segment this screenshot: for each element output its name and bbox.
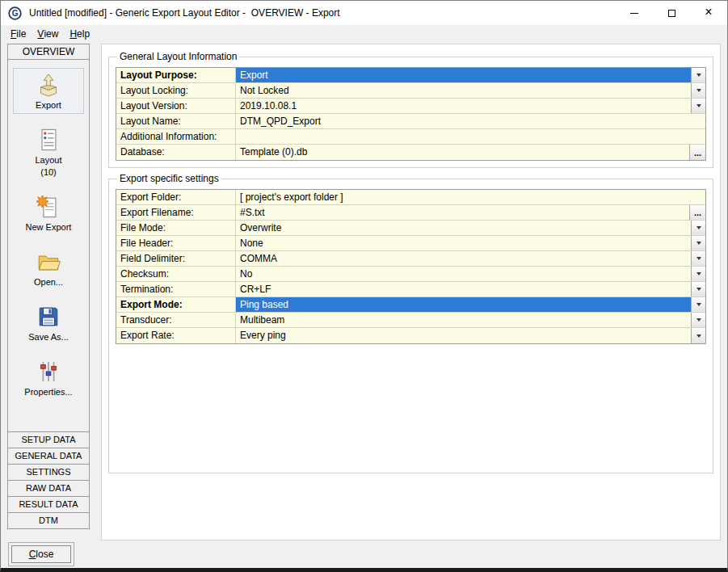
save-icon — [36, 304, 61, 330]
sidebar-tool-save-as[interactable]: Save As... — [13, 300, 84, 346]
property-value[interactable]: CR+LF — [236, 282, 691, 297]
sidebar-tab-dtm[interactable]: DTM — [8, 512, 89, 528]
chevron-down-icon — [696, 272, 701, 275]
chevron-down-icon — [696, 257, 701, 260]
property-value-cell: CR+LF — [236, 282, 705, 297]
sidebar-tab-general-data[interactable]: GENERAL DATA — [8, 448, 89, 464]
property-row: Export Mode:Ping based — [116, 297, 705, 313]
dropdown-button[interactable] — [691, 267, 705, 281]
sidebar-tab-setup-data[interactable]: SETUP DATA — [8, 431, 89, 448]
dropdown-button[interactable] — [691, 282, 705, 297]
ellipsis-button[interactable]: ... — [689, 205, 705, 220]
chevron-down-icon — [696, 288, 701, 291]
sidebar-tool-layout[interactable]: Layout(10) — [13, 123, 84, 181]
menu-item-view[interactable]: View — [32, 25, 64, 43]
maximize-button[interactable] — [653, 1, 690, 25]
chevron-down-icon — [696, 226, 701, 229]
dropdown-button[interactable] — [691, 83, 705, 98]
property-value[interactable]: 2019.10.08.1 — [236, 99, 691, 113]
sidebar-tool-properties[interactable]: Properties... — [13, 355, 84, 401]
property-value[interactable] — [236, 129, 705, 144]
property-value-cell: Export — [236, 68, 705, 82]
property-value[interactable]: None — [236, 236, 691, 250]
sidebar-tab-raw-data[interactable]: RAW DATA — [8, 480, 89, 496]
menubar: FileViewHelp — [1, 25, 727, 43]
close-button[interactable]: × — [690, 1, 727, 25]
window-controls: × — [616, 1, 727, 25]
property-value[interactable]: Multibeam — [236, 313, 691, 327]
close-button-frame: Close — [8, 542, 74, 566]
property-label: Transducer: — [116, 313, 236, 327]
close-icon: × — [705, 6, 712, 19]
sidebar-header-overview[interactable]: OVERVIEW — [8, 44, 89, 60]
property-value[interactable]: Export — [236, 68, 691, 82]
menu-item-file[interactable]: File — [5, 25, 32, 43]
property-value-cell: Ping based — [236, 297, 705, 312]
close-button[interactable]: Close — [11, 545, 71, 563]
property-label: Additional Information: — [116, 129, 236, 144]
menu-item-help[interactable]: Help — [64, 25, 95, 43]
dropdown-button[interactable] — [691, 236, 705, 250]
open-folder-icon — [36, 249, 61, 275]
property-value-cell — [236, 129, 705, 144]
general-info-table: Layout Purpose:ExportLayout Locking:Not … — [116, 67, 706, 161]
property-value[interactable]: Template (0).db — [236, 145, 689, 160]
tool-label: New Export — [26, 222, 72, 232]
dropdown-button[interactable] — [691, 313, 705, 327]
property-row: File Header:None — [116, 236, 705, 251]
chevron-down-icon — [696, 242, 701, 245]
property-row: Additional Information: — [116, 129, 705, 145]
dropdown-button[interactable] — [691, 328, 705, 343]
chevron-down-icon — [696, 303, 701, 306]
sidebar-tab-settings[interactable]: SETTINGS — [8, 464, 89, 480]
main-panel: General Layout Information Layout Purpos… — [101, 44, 721, 540]
chevron-down-icon — [696, 104, 701, 107]
sidebar-tool-new-export[interactable]: New Export — [13, 190, 84, 236]
property-value[interactable]: #S.txt — [236, 205, 689, 220]
layout-icon — [36, 127, 61, 153]
property-row: Layout Locking:Not Locked — [116, 83, 705, 99]
property-label: Export Mode: — [116, 297, 236, 312]
property-label: Layout Name: — [116, 114, 236, 128]
property-value[interactable]: DTM_QPD_Export — [236, 114, 705, 128]
property-value-cell: Multibeam — [236, 313, 705, 327]
property-value-cell: DTM_QPD_Export — [236, 114, 705, 128]
tool-label: Save As... — [28, 332, 69, 342]
property-row: Export Filename:#S.txt... — [116, 205, 705, 221]
dropdown-button[interactable] — [691, 251, 705, 266]
tool-label: Layout — [35, 155, 61, 165]
sidebar-panel: OVERVIEW ExportLayout(10)New ExportOpen.… — [7, 44, 90, 529]
minimize-button[interactable] — [616, 1, 653, 25]
property-value-cell: No — [236, 267, 705, 281]
property-value[interactable]: Not Locked — [236, 83, 691, 98]
dropdown-button[interactable] — [691, 221, 705, 235]
property-value[interactable]: Ping based — [236, 297, 691, 312]
ellipsis-button[interactable]: ... — [689, 145, 705, 160]
property-value[interactable]: Every ping — [236, 328, 691, 343]
property-value[interactable]: COMMA — [236, 251, 691, 266]
tool-label: Properties... — [24, 387, 72, 397]
sidebar-tab-result-data[interactable]: RESULT DATA — [8, 496, 89, 512]
dropdown-button[interactable] — [691, 99, 705, 113]
sidebar-tool-export[interactable]: Export — [13, 68, 84, 114]
group-general-title: General Layout Information — [117, 51, 239, 62]
sidebar-tabs: SETUP DATAGENERAL DATASETTINGSRAW DATARE… — [8, 431, 89, 528]
property-value[interactable]: No — [236, 267, 691, 281]
dropdown-button[interactable] — [691, 68, 705, 82]
property-value[interactable]: [ project's export folder ] — [236, 190, 705, 204]
property-value-cell: Template (0).db... — [236, 145, 705, 160]
property-label: File Header: — [116, 236, 236, 250]
footer: Close — [1, 540, 727, 568]
chevron-down-icon — [696, 334, 701, 338]
property-value-cell: 2019.10.08.1 — [236, 99, 705, 113]
group-export-specific-settings: Export specific settings Export Folder:[… — [108, 173, 713, 473]
dropdown-button[interactable] — [691, 297, 705, 312]
sidebar-tool-open[interactable]: Open... — [13, 245, 84, 291]
property-label: Export Filename: — [116, 205, 236, 220]
sidebar-tools: ExportLayout(10)New ExportOpen...Save As… — [8, 60, 89, 431]
property-row: Export Rate:Every ping — [116, 328, 705, 343]
property-row: Database:Template (0).db... — [116, 145, 705, 160]
property-value-cell: Not Locked — [236, 83, 705, 98]
property-label: Termination: — [116, 282, 236, 297]
property-value[interactable]: Overwrite — [236, 221, 691, 235]
